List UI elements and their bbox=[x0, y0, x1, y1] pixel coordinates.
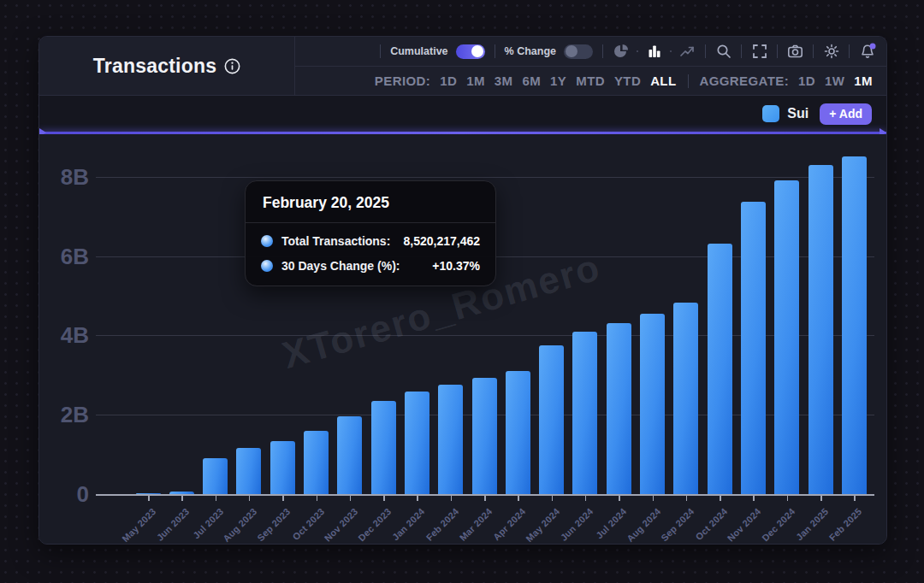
y-axis-label: 0 bbox=[44, 483, 89, 505]
series-label: Sui bbox=[787, 106, 808, 121]
percent-change-toggle-label: % Change bbox=[505, 45, 556, 57]
period-option-1m[interactable]: 1M bbox=[466, 74, 485, 88]
add-series-button[interactable]: + Add bbox=[820, 103, 872, 125]
bar-jun-2024[interactable] bbox=[572, 332, 597, 494]
x-axis-tick bbox=[854, 496, 856, 501]
bar-chart: XTorero_Romero February 20, 2025 Total T… bbox=[39, 134, 887, 545]
bar-jan-2025[interactable] bbox=[808, 165, 833, 494]
cumulative-toggle-label: Cumulative bbox=[390, 45, 447, 57]
x-axis-tick bbox=[720, 496, 721, 501]
aggregate-option-1m[interactable]: 1M bbox=[854, 74, 873, 88]
divider bbox=[688, 74, 689, 88]
x-axis-tick bbox=[484, 496, 486, 501]
search-icon[interactable] bbox=[715, 44, 732, 60]
panel-header: Transactions Cumulative % Change bbox=[39, 37, 886, 96]
x-axis-tick bbox=[585, 496, 587, 501]
bar-apr-2024[interactable] bbox=[506, 371, 530, 494]
x-axis-tick bbox=[181, 496, 183, 501]
pie-chart-icon[interactable] bbox=[613, 44, 629, 60]
toolbar: Cumulative % Change bbox=[295, 37, 886, 67]
divider bbox=[777, 44, 778, 58]
bar-sep-2023[interactable] bbox=[270, 441, 295, 494]
series-swatch-sui[interactable] bbox=[762, 105, 779, 122]
bar-jul-2024[interactable] bbox=[607, 323, 631, 494]
period-option-3m[interactable]: 3M bbox=[495, 74, 513, 88]
x-axis-tick bbox=[518, 496, 519, 501]
x-axis-tick bbox=[653, 496, 654, 501]
bar-feb-2025[interactable] bbox=[842, 156, 867, 494]
notification-dot bbox=[869, 43, 876, 50]
tooltip-row: Total Transactions:8,520,217,462 bbox=[261, 234, 480, 248]
legend-row: Sui + Add bbox=[39, 96, 886, 132]
line-chart-icon[interactable] bbox=[679, 44, 696, 60]
x-axis-tick bbox=[619, 496, 620, 501]
bar-jun-2023[interactable] bbox=[169, 492, 194, 494]
bar-nov-2023[interactable] bbox=[337, 416, 362, 494]
header-right: Cumulative % Change bbox=[295, 37, 886, 95]
series-bullet-icon bbox=[261, 235, 273, 247]
aggregate-option-1w[interactable]: 1W bbox=[825, 74, 844, 88]
bar-jan-2024[interactable] bbox=[405, 392, 429, 494]
divider bbox=[705, 44, 706, 58]
y-axis-label: 4B bbox=[44, 324, 89, 346]
bar-chart-icon[interactable] bbox=[646, 44, 662, 60]
period-option-1d[interactable]: 1D bbox=[440, 74, 457, 88]
period-option-all[interactable]: ALL bbox=[650, 74, 676, 88]
bar-aug-2023[interactable] bbox=[236, 448, 261, 494]
period-caption: PERIOD: bbox=[375, 74, 430, 88]
cumulative-toggle[interactable] bbox=[456, 44, 485, 59]
period-bar: PERIOD:1D1M3M6M1YMTDYTDALLAGGREGATE:1D1W… bbox=[295, 67, 886, 95]
toggle-knob bbox=[471, 45, 483, 57]
aggregate-option-1d[interactable]: 1D bbox=[798, 74, 815, 88]
series-bullet-icon bbox=[261, 260, 273, 272]
tooltip-row-label: 30 Days Change (%): bbox=[281, 259, 400, 273]
y-axis-label: 2B bbox=[44, 403, 89, 426]
x-axis-tick bbox=[552, 496, 554, 501]
divider bbox=[741, 44, 742, 58]
divider bbox=[380, 44, 381, 58]
bar-sep-2024[interactable] bbox=[673, 303, 698, 494]
x-axis-tick bbox=[686, 496, 688, 501]
tooltip-row-value: +10.37% bbox=[432, 259, 480, 273]
period-option-1y[interactable]: 1Y bbox=[550, 74, 566, 88]
tooltip-body: Total Transactions:8,520,217,46230 Days … bbox=[246, 223, 495, 286]
settings-gear-icon[interactable] bbox=[823, 44, 839, 60]
period-option-mtd[interactable]: MTD bbox=[576, 74, 605, 88]
period-option-6m[interactable]: 6M bbox=[522, 74, 541, 88]
x-axis-tick bbox=[787, 496, 789, 501]
bar-jul-2023[interactable] bbox=[203, 458, 228, 494]
tooltip-row: 30 Days Change (%):+10.37% bbox=[261, 259, 480, 273]
bar-feb-2024[interactable] bbox=[438, 385, 463, 494]
dot-separator bbox=[637, 50, 638, 52]
y-axis-label: 6B bbox=[44, 245, 89, 268]
divider bbox=[495, 44, 495, 58]
bar-may-2023[interactable] bbox=[136, 493, 161, 494]
divider bbox=[849, 44, 850, 58]
bar-dec-2024[interactable] bbox=[774, 180, 799, 494]
bar-oct-2024[interactable] bbox=[708, 244, 732, 494]
x-axis-tick bbox=[249, 496, 251, 501]
x-axis-tick bbox=[216, 496, 217, 501]
gridline bbox=[96, 177, 874, 178]
bar-mar-2024[interactable] bbox=[472, 378, 497, 494]
x-axis-tick bbox=[282, 496, 284, 501]
bar-nov-2024[interactable] bbox=[741, 202, 766, 494]
bar-dec-2023[interactable] bbox=[371, 401, 396, 494]
tooltip-date: February 20, 2025 bbox=[246, 181, 495, 223]
x-axis-tick bbox=[383, 496, 385, 501]
divider bbox=[602, 44, 603, 58]
camera-icon[interactable] bbox=[787, 44, 803, 60]
aggregate-caption: AGGREGATE: bbox=[700, 74, 790, 88]
fullscreen-icon[interactable] bbox=[751, 44, 767, 60]
tooltip-row-label: Total Transactions: bbox=[281, 234, 390, 248]
dot-separator bbox=[670, 50, 672, 52]
percent-change-toggle[interactable] bbox=[564, 44, 593, 59]
chart-tooltip: February 20, 2025 Total Transactions:8,5… bbox=[245, 180, 496, 286]
toggle-knob bbox=[566, 45, 578, 57]
bar-oct-2023[interactable] bbox=[304, 431, 329, 494]
bar-aug-2024[interactable] bbox=[640, 314, 665, 494]
bar-may-2024[interactable] bbox=[539, 345, 564, 494]
notification-bell-icon[interactable] bbox=[859, 44, 875, 60]
info-icon[interactable] bbox=[224, 58, 240, 74]
period-option-ytd[interactable]: YTD bbox=[614, 74, 641, 88]
